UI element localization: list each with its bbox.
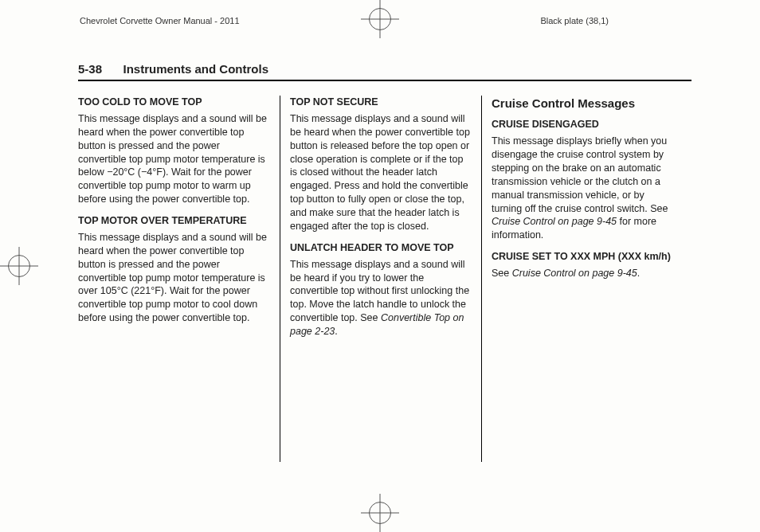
body-text: This message displays and a sound will b…	[290, 258, 472, 338]
body-text: This message displays and a sound will b…	[290, 112, 472, 233]
page-number: 5-38	[78, 62, 102, 76]
text-span: This message displays briefly when you d…	[492, 135, 668, 213]
body-text: See Cruise Control on page 9‑45.	[492, 267, 673, 280]
heading-cruise-set: CRUISE SET TO XXX MPH (XXX km/h)	[492, 250, 673, 264]
column-1: TOO COLD TO MOVE TOP This message displa…	[78, 96, 280, 462]
body-text: This message displays and a sound will b…	[78, 231, 270, 325]
section-title: Instruments and Controls	[123, 62, 268, 76]
column-2: TOP NOT SECURE This message displays and…	[280, 96, 481, 462]
body-text: This message displays briefly when you d…	[492, 135, 673, 242]
body-text: This message displays and a sound will b…	[78, 112, 270, 206]
heading-top-not-secure: TOP NOT SECURE	[290, 96, 472, 109]
heading-too-cold: TOO COLD TO MOVE TOP	[78, 96, 270, 109]
cross-reference: Cruise Control on page 9‑45	[492, 216, 617, 227]
plate-label: Black plate (38,1)	[540, 16, 609, 25]
manual-title: Chevrolet Corvette Owner Manual - 2011	[80, 16, 240, 25]
heading-cruise-control-messages: Cruise Control Messages	[492, 96, 673, 111]
page-content: 5-38 Instruments and Controls TOO COLD T…	[78, 62, 691, 462]
page-header: 5-38 Instruments and Controls	[78, 62, 691, 81]
text-span: .	[637, 268, 640, 279]
columns: TOO COLD TO MOVE TOP This message displa…	[78, 96, 691, 462]
heading-top-motor-over-temp: TOP MOTOR OVER TEMPERATURE	[78, 214, 270, 228]
heading-cruise-disengaged: CRUISE DISENGAGED	[492, 118, 673, 131]
heading-unlatch-header: UNLATCH HEADER TO MOVE TOP	[290, 241, 472, 255]
text-span: See	[492, 268, 512, 279]
column-3: Cruise Control Messages CRUISE DISENGAGE…	[481, 96, 683, 462]
cross-reference: Cruise Control on page 9‑45	[512, 268, 637, 279]
text-span: .	[335, 326, 337, 337]
